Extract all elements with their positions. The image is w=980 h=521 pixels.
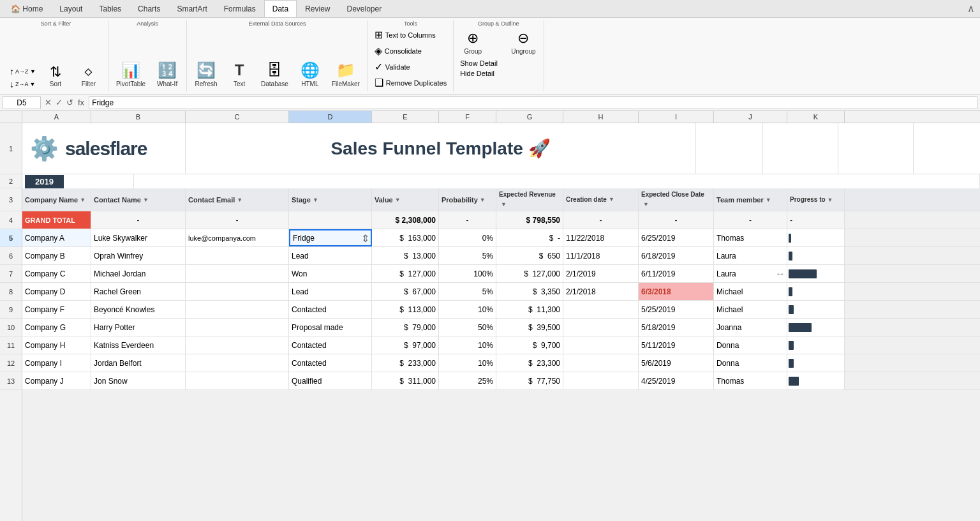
group-button[interactable]: ⊕ Group — [457, 27, 488, 57]
cell-probability[interactable]: 5% — [439, 283, 496, 300]
cell-stage[interactable]: Contacted — [289, 354, 372, 372]
cell-team[interactable]: Joanna — [714, 319, 787, 336]
th-stage[interactable]: Stage ▼ — [289, 188, 372, 211]
cell-stage[interactable]: Lead — [289, 283, 372, 300]
th-company[interactable]: Company Name ▼ — [22, 188, 91, 211]
cell-email[interactable] — [186, 301, 289, 318]
cell-team[interactable]: Thomas — [714, 229, 787, 246]
confirm-formula-icon[interactable]: ✓ — [54, 98, 64, 107]
cell-contact[interactable]: Jordan Belfort — [91, 354, 186, 372]
cell-email[interactable] — [186, 372, 289, 389]
cell-progress[interactable] — [787, 283, 845, 300]
tab-home[interactable]: 🏠 Home — [3, 0, 51, 17]
cell-contact[interactable]: Harry Potter — [91, 319, 186, 336]
cell-expected-rev[interactable]: $ 11,300 — [496, 301, 563, 318]
cell-probability[interactable]: 10% — [439, 301, 496, 318]
cell-team[interactable]: Michael — [714, 283, 787, 300]
cell-value[interactable]: $ 79,000 — [372, 319, 439, 336]
tab-review[interactable]: Review — [297, 0, 338, 17]
cell-value[interactable]: $ 311,000 — [372, 372, 439, 389]
cell-creation-date[interactable] — [563, 319, 639, 336]
collapse-icon[interactable]: ∧ — [965, 0, 977, 17]
cell-expected-rev[interactable]: $ 77,750 — [496, 372, 563, 389]
cell-company[interactable]: Company I — [22, 354, 91, 372]
cell-team[interactable]: Michael — [714, 301, 787, 318]
th-creation-date[interactable]: Creation date ▼ — [563, 188, 639, 211]
cell-creation-date[interactable]: 2/1/2018 — [563, 283, 639, 300]
cell-contact[interactable]: Oprah Winfrey — [91, 247, 186, 264]
cell-email[interactable] — [186, 319, 289, 336]
cell-probability[interactable]: 10% — [439, 354, 496, 372]
cell-value[interactable]: $ 233,000 — [372, 354, 439, 372]
cell-creation-date[interactable] — [563, 354, 639, 372]
cell-expected-rev[interactable]: $ 39,500 — [496, 319, 563, 336]
th-expected-rev[interactable]: Expected Revenue ▼ — [496, 188, 563, 211]
formula-input[interactable] — [89, 96, 977, 109]
col-a-header[interactable]: A — [22, 111, 91, 123]
text-to-columns-button[interactable]: ⊞ Text to Columns — [372, 27, 438, 42]
filter-value-icon[interactable]: ▼ — [395, 197, 401, 203]
cell-expected-rev[interactable]: $ - — [496, 229, 563, 246]
filter-contact-icon[interactable]: ▼ — [143, 197, 149, 203]
cell-close-date[interactable]: 6/11/2019 — [639, 265, 714, 282]
cell-creation-date[interactable] — [563, 336, 639, 354]
cell-close-date[interactable]: 5/25/2019 — [639, 301, 714, 318]
cell-email[interactable] — [186, 265, 289, 282]
th-email[interactable]: Contact Email ▼ — [186, 188, 289, 211]
th-team[interactable]: Team member ▼ — [714, 188, 787, 211]
cell-expected-rev[interactable]: $ 9,700 — [496, 336, 563, 354]
cell-close-date[interactable]: 6/18/2019 — [639, 247, 714, 264]
cell-company[interactable]: Company B — [22, 247, 91, 264]
cell-close-date[interactable]: 6/25/2019 — [639, 229, 714, 246]
cell-team[interactable]: Laura — [714, 247, 787, 264]
cell-probability[interactable]: 50% — [439, 319, 496, 336]
cell-contact[interactable]: Michael Jordan — [91, 265, 186, 282]
cell-progress[interactable] — [787, 265, 845, 282]
col-f-header[interactable]: F — [439, 111, 496, 123]
tab-charts[interactable]: Charts — [130, 0, 168, 17]
database-button[interactable]: 🗄 Database — [257, 59, 292, 90]
cell-company[interactable]: Company D — [22, 283, 91, 300]
filter-team-icon[interactable]: ▼ — [766, 197, 771, 203]
tab-smartart[interactable]: SmartArt — [168, 0, 215, 17]
sort-button[interactable]: ⇅ Sort — [40, 63, 71, 90]
col-c-header[interactable]: C — [186, 111, 289, 123]
cell-close-date[interactable]: 5/18/2019 — [639, 319, 714, 336]
resize-cursor[interactable]: ↔ — [775, 268, 785, 280]
col-d-header[interactable]: D — [289, 111, 372, 123]
filter-button[interactable]: ⬦ Filter — [73, 59, 104, 90]
cell-progress[interactable] — [787, 247, 845, 264]
col-g-header[interactable]: G — [496, 111, 563, 123]
hide-detail-button[interactable]: Hide Detail — [457, 69, 497, 78]
html-button[interactable]: 🌐 HTML — [295, 59, 325, 90]
pivottable-button[interactable]: 📊 PivotTable — [112, 59, 149, 90]
cell-company[interactable]: Company C — [22, 265, 91, 282]
cell-creation-date[interactable]: 11/22/2018 — [563, 229, 639, 246]
tab-formulas[interactable]: Formulas — [216, 0, 264, 17]
cell-progress[interactable] — [787, 319, 845, 336]
cell-expected-rev[interactable]: $ 650 — [496, 247, 563, 264]
cell-stage[interactable]: Contacted — [289, 301, 372, 318]
sort-descending-btn[interactable]: ↓ Z→A ▼ — [8, 79, 38, 90]
cell-company[interactable]: Company F — [22, 301, 91, 318]
filter-progress-icon[interactable]: ▼ — [828, 197, 833, 203]
tab-data[interactable]: Data — [264, 0, 297, 17]
filter-close-icon[interactable]: ▼ — [643, 201, 649, 208]
cell-probability[interactable]: 0% — [439, 229, 496, 246]
cell-stage[interactable]: Contacted — [289, 336, 372, 354]
col-e-header[interactable]: E — [372, 111, 439, 123]
col-h-header[interactable]: H — [563, 111, 639, 123]
cell-creation-date[interactable] — [563, 301, 639, 318]
cell-probability[interactable]: 25% — [439, 372, 496, 389]
cell-value[interactable]: $ 163,000 — [372, 229, 439, 246]
cell-email[interactable] — [186, 283, 289, 300]
cell-value[interactable]: $ 113,000 — [372, 301, 439, 318]
cell-expected-rev[interactable]: $ 3,350 — [496, 283, 563, 300]
refresh-button[interactable]: 🔄 Refresh — [191, 59, 221, 90]
cell-close-date[interactable]: 6/3/2018 — [639, 283, 714, 300]
cell-contact[interactable]: Luke Skywalker — [91, 229, 186, 246]
cell-close-date[interactable]: 5/11/2019 — [639, 336, 714, 354]
cell-close-date[interactable]: 4/25/2019 — [639, 372, 714, 389]
consolidate-button[interactable]: ◈ Consolidate — [372, 43, 424, 58]
cell-creation-date[interactable]: 2/1/2019 — [563, 265, 639, 282]
